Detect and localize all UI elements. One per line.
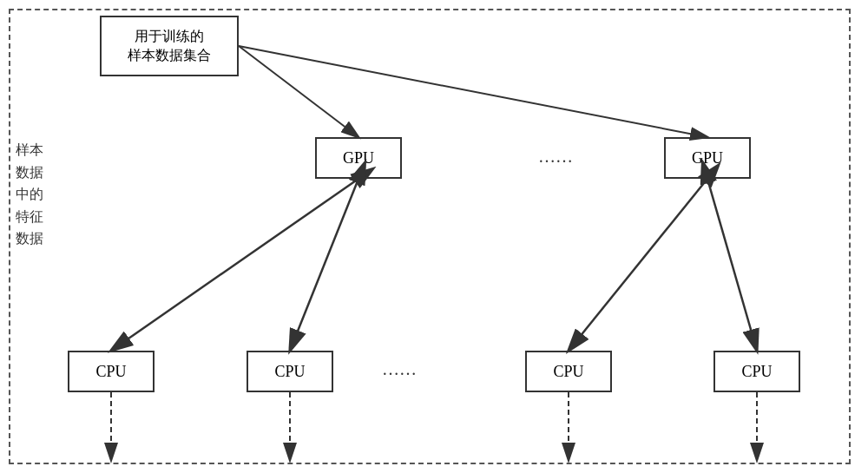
cpu4-box: CPU xyxy=(713,351,800,392)
cpu2-label: CPU xyxy=(274,363,305,381)
gpu-dots: …… xyxy=(538,147,573,167)
cpu3-box: CPU xyxy=(525,351,612,392)
cpu3-label: CPU xyxy=(553,363,583,381)
cpu4-label: CPU xyxy=(741,363,772,381)
cpu-dots: …… xyxy=(382,359,417,379)
dataset-box: 用于训练的 样本数据集合 xyxy=(100,16,239,76)
dataset-label: 用于训练的 样本数据集合 xyxy=(128,27,211,66)
cpu1-label: CPU xyxy=(95,363,126,381)
gpu2-label: GPU xyxy=(692,149,723,168)
gpu1-label: GPU xyxy=(343,149,374,168)
dashed-border xyxy=(9,9,851,464)
side-label: 样本数据中的特征数据 xyxy=(16,139,43,250)
gpu1-box: GPU xyxy=(315,137,402,179)
diagram-container: 样本数据中的特征数据 用于训练的 样本数据集合 GPU GPU …… CPU C… xyxy=(0,0,868,473)
gpu2-box: GPU xyxy=(664,137,751,179)
cpu1-box: CPU xyxy=(68,351,155,392)
cpu2-box: CPU xyxy=(247,351,333,392)
